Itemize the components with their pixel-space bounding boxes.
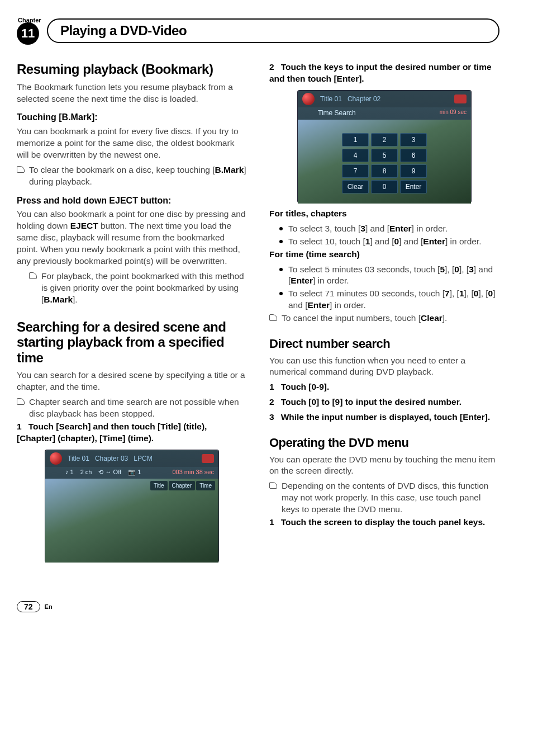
key-5: 5 <box>371 149 398 162</box>
sc-mode: Time Search <box>318 108 356 117</box>
key-6: 6 <box>400 149 427 162</box>
dot-bullet: To select 3, touch [3] and [Enter] in or… <box>279 223 499 235</box>
step-2: 2Touch the keys to input the desired num… <box>269 62 499 85</box>
dot-icon <box>279 240 283 243</box>
heading-for-time: For time (time search) <box>269 249 360 259</box>
dvd-v-icon <box>50 452 62 465</box>
screenshot-number-pad: Title 01 Chapter 02 Time Search min 09 s… <box>298 91 471 202</box>
sc-chapter: Chapter 03 <box>95 454 128 463</box>
key-0: 0 <box>371 180 398 193</box>
sc-repeat: ⟲ ↔ Off <box>98 468 121 476</box>
chapter-header: Chapter 11 Playing a DVD-Video <box>17 17 499 45</box>
direct-step-1: 1Touch [0-9]. <box>269 381 499 393</box>
key-8: 8 <box>371 164 398 178</box>
note-bullet: To clear the bookmark on a disc, keep to… <box>17 164 247 188</box>
sc-ch: 2 ch <box>80 468 92 476</box>
note-bullet: For playback, the point bookmarked with … <box>29 271 247 306</box>
return-icon <box>202 454 214 463</box>
note-icon <box>17 398 25 405</box>
note-text: Chapter search and time search are not p… <box>29 396 247 420</box>
key-clear: Clear <box>342 180 369 193</box>
key-4: 4 <box>342 149 369 162</box>
key-2: 2 <box>371 133 398 147</box>
heading-searching: Searching for a desired scene and starti… <box>17 319 247 366</box>
direct-body: You can use this function when you need … <box>269 355 499 379</box>
note-icon <box>269 482 277 489</box>
note-icon <box>29 272 37 279</box>
key-7: 7 <box>342 164 369 178</box>
dot-icon <box>279 292 283 295</box>
key-9: 9 <box>400 164 427 178</box>
note-text: For playback, the point bookmarked with … <box>41 271 247 306</box>
note-text: Depending on the contents of DVD discs, … <box>282 480 499 516</box>
number-keypad: 1 2 3 4 5 6 7 8 9 Clear 0 Enter <box>342 133 427 194</box>
heading-press-eject: Press and hold down EJECT button: <box>17 195 247 207</box>
direct-step-3: 3While the input number is displayed, to… <box>269 412 499 423</box>
page-number: 72 <box>17 601 40 612</box>
right-column: 2Touch the keys to input the desired num… <box>269 62 499 568</box>
heading-touching-bmark: Touching [B.Mark]: <box>17 111 247 124</box>
sc-cam: 📷 1 <box>128 468 141 476</box>
note-bullet: Depending on the contents of DVD discs, … <box>269 480 499 516</box>
heading-for-titles: For titles, chapters <box>269 209 347 218</box>
screenshot-search-modes: Title 01 Chapter 03 LPCM ♪ 1 2 ch ⟲ ↔ Of… <box>45 450 218 562</box>
heading-operating-dvd-menu: Operating the DVD menu <box>269 436 499 450</box>
press-body: You can also bookmark a point for one di… <box>17 209 247 267</box>
page-footer: 72 En <box>17 601 499 612</box>
bullet-text: To select 71 minutes 00 seconds, touch [… <box>288 288 499 311</box>
sc-tab-time: Time <box>196 481 215 491</box>
heading-resuming: Resuming playback (Bookmark) <box>17 62 247 77</box>
language-code: En <box>45 603 53 610</box>
sc-entered-time: min 09 sec <box>440 108 467 117</box>
left-column: Resuming playback (Bookmark) The Bookmar… <box>17 62 247 568</box>
sc-track: ♪ 1 <box>65 468 74 476</box>
sc-tab-chapter: Chapter <box>169 481 196 491</box>
bullet-text: To select 10, touch [1] and [0] and [Ent… <box>288 236 482 248</box>
return-icon <box>454 94 467 103</box>
sc-chapter: Chapter 02 <box>348 94 380 103</box>
sc-codec: LPCM <box>134 454 152 463</box>
dot-bullet: To select 71 minutes 00 seconds, touch [… <box>279 288 499 311</box>
step-1: 1Touch [Search] and then touch [Title] (… <box>17 421 247 445</box>
chapter-number-badge: 11 <box>17 22 39 45</box>
key-enter: Enter <box>400 180 427 193</box>
sc-title: Title 01 <box>68 454 89 463</box>
resuming-intro: The Bookmark function lets you resume pl… <box>17 82 247 105</box>
heading-direct-number-search: Direct number search <box>269 337 499 351</box>
note-icon <box>17 166 25 173</box>
dvd-v-icon <box>302 93 315 105</box>
dot-bullet: To select 10, touch [1] and [0] and [Ent… <box>279 236 499 248</box>
direct-step-2: 2Touch [0] to [9] to input the desired n… <box>269 396 499 408</box>
note-icon <box>269 314 277 321</box>
sc-title: Title 01 <box>320 94 342 103</box>
menu-step-1: 1Touch the screen to display the touch p… <box>269 517 499 528</box>
note-bullet: To cancel the input numbers, touch [Clea… <box>269 313 499 324</box>
sc-tab-title: Title <box>150 481 168 491</box>
touching-body: You can bookmark a point for every five … <box>17 126 247 161</box>
note-text: To clear the bookmark on a disc, keep to… <box>29 164 247 188</box>
note-bullet: Chapter search and time search are not p… <box>17 396 247 420</box>
searching-body: You can search for a desired scene by sp… <box>17 370 247 393</box>
bullet-text: To select 3, touch [3] and [Enter] in or… <box>288 223 448 235</box>
key-1: 1 <box>342 133 369 147</box>
menu-body: You can operate the DVD menu by touching… <box>269 454 499 478</box>
dot-icon <box>279 227 283 230</box>
dot-icon <box>279 268 283 271</box>
page-title: Playing a DVD-Video <box>47 18 499 43</box>
dot-bullet: To select 5 minutes 03 seconds, touch [5… <box>279 264 499 287</box>
sc-time: 003 min 38 sec <box>172 468 214 476</box>
bullet-text: To select 5 minutes 03 seconds, touch [5… <box>288 264 499 287</box>
key-3: 3 <box>400 133 427 147</box>
note-text: To cancel the input numbers, touch [Clea… <box>282 313 447 324</box>
